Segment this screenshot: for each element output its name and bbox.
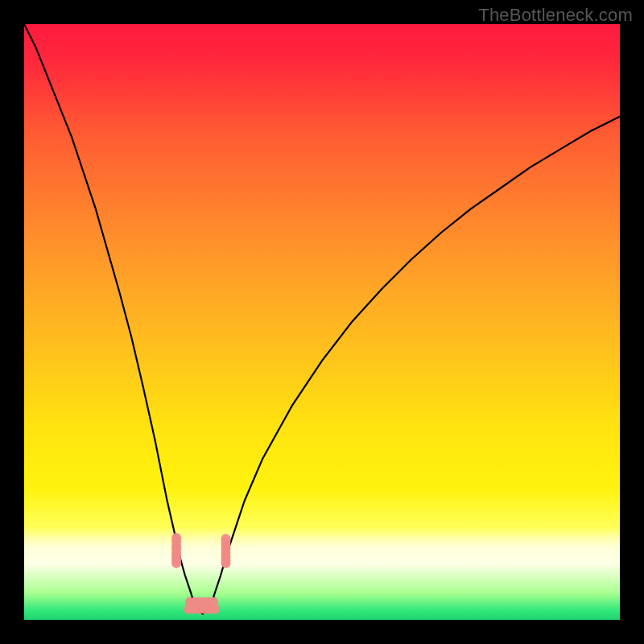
chart-overlay — [24, 24, 620, 620]
plot-area — [24, 24, 620, 620]
bottleneck-curve — [24, 24, 620, 614]
marker-dot — [171, 559, 181, 568]
marker-dot — [221, 534, 230, 543]
watermark-text: TheBottleneck.com — [478, 5, 633, 26]
chart-frame: TheBottleneck.com — [0, 0, 644, 644]
marker-dot — [210, 605, 220, 614]
